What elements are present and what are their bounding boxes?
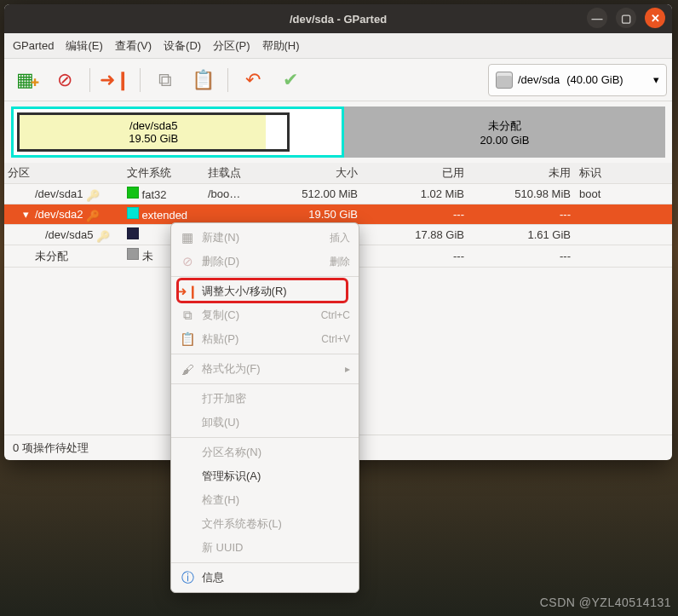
ctx-format: 🖌 格式化为(F) ▸ (171, 357, 359, 381)
resize-icon: ➜❙ (100, 69, 130, 91)
check-icon: ✔ (283, 69, 298, 91)
watermark: CSDN @YZL40514131 (540, 596, 671, 609)
ctx-uuid: 新 UUID (171, 536, 359, 560)
ctx-check: 检查(H) (171, 488, 359, 512)
menu-device[interactable]: 设备(D) (164, 38, 201, 54)
resize-icon: ➜❙ (180, 284, 195, 299)
ctx-info[interactable]: ⓘ 信息 (171, 566, 359, 590)
ctx-unmount-label: 卸载(U) (202, 415, 239, 430)
ctx-copy: ⧉ 复制(C) Ctrl+C (171, 303, 359, 327)
map-extended[interactable]: /dev/sda5 19.50 GiB (11, 107, 344, 158)
ctx-encrypt-label: 打开加密 (202, 391, 246, 406)
map-sda5[interactable]: /dev/sda5 19.50 GiB (17, 112, 290, 152)
map-unallocated[interactable]: 未分配 20.00 GiB (344, 107, 665, 158)
menu-edit[interactable]: 编辑(E) (66, 38, 102, 54)
ctx-uuid-label: 新 UUID (202, 540, 243, 556)
col-filesystem[interactable]: 文件系统 (127, 165, 208, 181)
col-partition[interactable]: 分区 (8, 165, 127, 181)
fs-swatch (127, 248, 139, 260)
partition-map[interactable]: /dev/sda5 19.50 GiB 未分配 20.00 GiB (11, 107, 665, 158)
fs-swatch (127, 187, 139, 199)
minimize-button[interactable]: — (587, 8, 607, 28)
cell-unused: 510.98 MiB (473, 187, 579, 200)
chevron-down-icon: ▾ (653, 73, 659, 86)
no-entry-icon: ⊘ (57, 69, 72, 91)
resize-move-button[interactable]: ➜❙ (97, 63, 133, 97)
ctx-resize-label: 调整大小/移动(R) (202, 284, 287, 299)
ctx-delete-label: 删除(D) (202, 254, 239, 269)
cell-used: 17.88 GiB (366, 228, 473, 241)
col-flags[interactable]: 标识 (579, 165, 647, 181)
col-used[interactable]: 已用 (366, 165, 473, 181)
cell-partition: ▾/dev/sda2🔑 (8, 208, 127, 221)
ctx-delete: ⊘ 删除(D) 删除 (171, 250, 359, 273)
close-button[interactable]: ✕ (645, 8, 665, 28)
fs-swatch (127, 207, 139, 219)
paste-button[interactable]: 📋 (185, 63, 221, 97)
toolbar: ▦✚ ⊘ ➜❙ ⧉ 📋 ↶ ✔ /dev/sda (40.00 GiB) ▾ (4, 59, 672, 101)
ctx-check-label: 检查(H) (202, 492, 239, 508)
key-icon: 🔑 (86, 210, 100, 220)
cell-partition: /dev/sda5🔑 (8, 228, 127, 241)
paste-icon: 📋 (192, 69, 215, 91)
new-partition-button[interactable]: ▦✚ (9, 63, 45, 97)
col-unused[interactable]: 未用 (473, 165, 579, 181)
ctx-paste-shortcut: Ctrl+V (321, 333, 350, 345)
cell-used: 1.02 MiB (366, 187, 473, 200)
paste-icon: 📋 (180, 331, 195, 347)
key-icon: 🔑 (86, 189, 100, 199)
undo-icon: ↶ (245, 69, 261, 91)
copy-icon: ⧉ (180, 308, 195, 323)
cell-mount: /boo… (208, 187, 264, 200)
undo-button[interactable]: ↶ (235, 63, 271, 97)
titlebar: /dev/sda - GParted — ▢ ✕ (4, 4, 672, 33)
ctx-paste-label: 粘贴(P) (202, 331, 238, 347)
menu-help[interactable]: 帮助(H) (262, 38, 300, 54)
maximize-button[interactable]: ▢ (616, 8, 636, 28)
cell-partition: 未分配 (8, 249, 127, 264)
ctx-name-label: 分区名称(N) (202, 445, 261, 460)
copy-icon: ⧉ (158, 69, 172, 91)
device-size: (40.00 GiB) (566, 73, 623, 86)
cell-unused: --- (473, 250, 579, 262)
cell-size: 19.50 GiB (264, 208, 366, 221)
status-text: 0 项操作待处理 (13, 440, 89, 456)
cell-partition: /dev/sda1🔑 (8, 187, 127, 200)
menu-partition[interactable]: 分区(P) (213, 38, 250, 54)
toolbar-separator (89, 68, 90, 92)
menu-gparted[interactable]: GParted (13, 39, 54, 52)
device-selector[interactable]: /dev/sda (40.00 GiB) ▾ (488, 64, 667, 96)
ctx-resize[interactable]: ➜❙ 调整大小/移动(R) (171, 279, 359, 303)
fs-swatch (127, 227, 139, 239)
toolbar-separator (140, 68, 141, 92)
ctx-manage[interactable]: 管理标识(A) (171, 464, 359, 488)
menu-view[interactable]: 查看(V) (115, 38, 152, 54)
delete-partition-button[interactable]: ⊘ (47, 63, 83, 97)
menu-separator (171, 383, 359, 384)
cell-filesystem: fat32 (127, 187, 208, 201)
apply-button[interactable]: ✔ (273, 63, 308, 97)
cell-used: --- (366, 250, 473, 262)
cell-unused: 1.61 GiB (473, 228, 579, 241)
ctx-format-label: 格式化为(F) (202, 361, 261, 377)
cell-size: 512.00 MiB (264, 187, 366, 200)
col-size[interactable]: 大小 (264, 165, 366, 181)
ctx-new: ▦ 新建(N) 插入 (171, 226, 359, 250)
ctx-new-label: 新建(N) (202, 230, 239, 245)
toolbar-separator (227, 68, 228, 92)
menubar: GParted 编辑(E) 查看(V) 设备(D) 分区(P) 帮助(H) (4, 33, 672, 59)
ctx-label-label: 文件系统卷标(L) (202, 516, 282, 532)
chevron-right-icon: ▸ (345, 363, 350, 375)
col-mount[interactable]: 挂载点 (208, 165, 264, 181)
map-unalloc-size: 20.00 GiB (480, 134, 530, 147)
ctx-name: 分区名称(N) (171, 440, 359, 464)
menu-separator (171, 562, 359, 563)
menu-separator (171, 276, 359, 277)
context-menu: ▦ 新建(N) 插入 ⊘ 删除(D) 删除 ➜❙ 调整大小/移动(R) ⧉ 复制… (170, 222, 359, 593)
ctx-delete-shortcut: 删除 (330, 255, 350, 269)
copy-button[interactable]: ⧉ (147, 63, 183, 97)
ctx-new-shortcut: 插入 (330, 231, 350, 245)
ctx-copy-shortcut: Ctrl+C (321, 309, 350, 321)
table-row[interactable]: /dev/sda1🔑 fat32/boo…512.00 MiB1.02 MiB5… (4, 184, 672, 204)
menu-separator (171, 354, 359, 354)
